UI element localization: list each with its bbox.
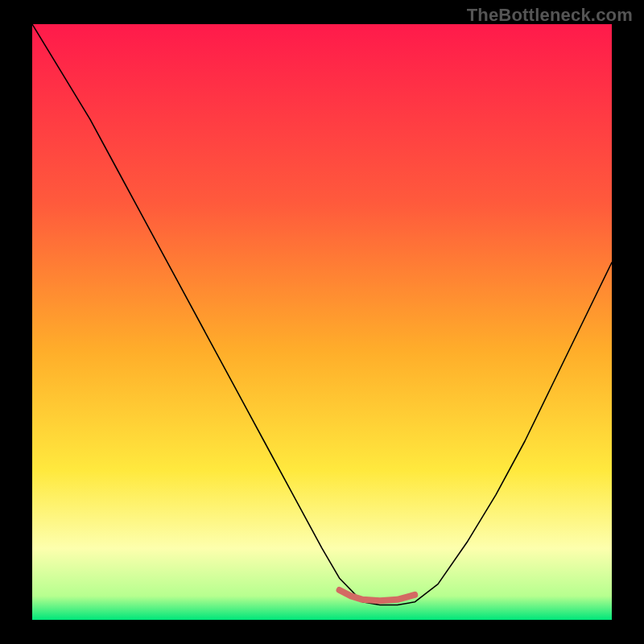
plot-area bbox=[32, 24, 612, 620]
chart-svg bbox=[32, 24, 612, 620]
chart-frame: TheBottleneck.com bbox=[0, 0, 644, 644]
gradient-background bbox=[32, 24, 612, 620]
watermark-label: TheBottleneck.com bbox=[467, 5, 633, 26]
